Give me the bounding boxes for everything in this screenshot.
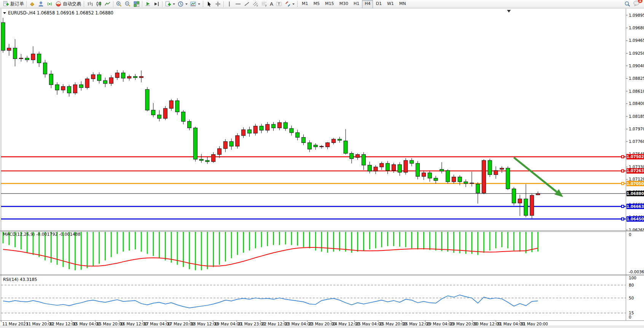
candle-body xyxy=(404,160,408,172)
candle-body xyxy=(518,199,522,203)
macd-label: MACD(12,26,9) -0.001792 -0.001488 xyxy=(3,232,80,237)
candle-body xyxy=(103,81,107,84)
search-icon[interactable] xyxy=(624,1,631,7)
toolbar-right: 1 xyxy=(624,0,642,8)
separator xyxy=(142,1,142,7)
candle-body xyxy=(223,141,227,149)
zoom-in-icon xyxy=(116,1,122,7)
rsi-axis-label: 100 xyxy=(629,276,636,280)
candle-body xyxy=(61,87,65,90)
zoom-in-button[interactable] xyxy=(115,0,123,8)
candle-body xyxy=(494,171,498,175)
crosshair-tool-button[interactable] xyxy=(214,0,222,8)
candle-body xyxy=(115,73,119,78)
clock-icon xyxy=(177,1,184,7)
line-chart-button[interactable] xyxy=(103,0,112,8)
toolbar-grip[interactable] xyxy=(202,1,204,7)
periods-button[interactable] xyxy=(176,0,189,8)
price-axis-label: 1.09040 xyxy=(629,63,644,68)
candle-body xyxy=(260,126,263,130)
chart-shift-button[interactable] xyxy=(152,0,161,8)
chart-shift-icon xyxy=(153,1,160,7)
candle-body xyxy=(133,76,137,78)
candle-body xyxy=(338,139,341,140)
text-tool-button[interactable]: A xyxy=(269,0,274,8)
time-axis: 11 May 202311 May 20:0012 May 12:0015 Ma… xyxy=(1,320,548,326)
candle-body xyxy=(392,165,395,171)
cursor-tool-button[interactable] xyxy=(205,0,214,8)
toolbar-grip[interactable] xyxy=(83,1,84,7)
candle-body xyxy=(247,130,251,133)
candle-body xyxy=(37,54,41,63)
zoom-out-icon xyxy=(124,1,131,7)
symbol-dropdown-icon[interactable] xyxy=(3,12,6,14)
tab-timeframe-h1[interactable]: H1 xyxy=(351,0,362,8)
tab-timeframe-w1[interactable]: W1 xyxy=(384,0,397,8)
price-axis-label: 1.09680 xyxy=(629,25,644,30)
candle-body xyxy=(128,76,131,78)
candle-body xyxy=(266,124,269,130)
candle-body xyxy=(380,163,384,167)
hline-tool-button[interactable] xyxy=(234,0,242,8)
channel-tool-button[interactable]: E xyxy=(251,0,260,8)
rsi-axis-label: 80 xyxy=(629,283,634,287)
zoom-out-button[interactable] xyxy=(123,0,132,8)
svg-text:E: E xyxy=(257,4,258,7)
svg-text:T: T xyxy=(277,2,280,6)
tab-timeframe-m30[interactable]: M30 xyxy=(336,0,351,8)
auto-scroll-button[interactable] xyxy=(143,0,152,8)
candle-body xyxy=(320,146,324,147)
indicators-button[interactable] xyxy=(164,0,176,8)
text-tool-icon: A xyxy=(270,1,273,7)
tab-timeframe-h4[interactable]: H4 xyxy=(362,0,373,8)
candle-body xyxy=(488,160,492,174)
candle-body xyxy=(49,74,53,85)
periods-caret xyxy=(185,3,188,5)
new-order-button[interactable]: 新订单 xyxy=(2,0,25,8)
candle-body xyxy=(482,160,486,193)
candlestick-chart-button[interactable] xyxy=(94,0,103,8)
tab-timeframe-d1[interactable]: D1 xyxy=(373,0,384,8)
candle-body xyxy=(536,193,540,195)
candle-body xyxy=(121,73,125,78)
candle-body xyxy=(206,160,209,162)
candle-body xyxy=(398,165,402,172)
templates-button[interactable] xyxy=(189,0,201,8)
bar-chart-icon xyxy=(87,1,93,7)
main-toolbar: 新订单 自动交易 xyxy=(0,0,644,8)
candle-body xyxy=(73,85,77,93)
chart-canvas[interactable]: 1.098951.096801.094651.092501.090401.088… xyxy=(0,0,644,328)
price-tag-label: 1.07263 xyxy=(626,169,644,173)
candle-body xyxy=(13,48,17,59)
tab-timeframe-m5[interactable]: M5 xyxy=(311,0,322,8)
signals-button[interactable] xyxy=(45,0,54,8)
window-bottom-edge xyxy=(0,326,644,328)
trendline-tool-button[interactable] xyxy=(242,0,251,8)
candle-body xyxy=(277,123,281,128)
price-tag-label: 1.06450 xyxy=(626,217,644,221)
tab-timeframe-m15[interactable]: M15 xyxy=(322,0,337,8)
bar-chart-button[interactable] xyxy=(86,0,94,8)
candle-body xyxy=(368,165,371,171)
fibonacci-tool-button[interactable]: F xyxy=(260,0,269,8)
horizontal-line-icon xyxy=(235,1,241,7)
arrows-tool-button[interactable] xyxy=(283,0,296,8)
tile-windows-button[interactable] xyxy=(132,0,141,8)
candle-body xyxy=(458,177,462,182)
vline-tool-button[interactable] xyxy=(225,0,234,8)
toolbar-grip[interactable] xyxy=(297,1,298,7)
tab-timeframe-mn[interactable]: MN xyxy=(397,0,409,8)
signal-icon xyxy=(46,1,53,7)
notifications-button[interactable]: 1 xyxy=(633,0,640,8)
new-order-icon xyxy=(3,1,9,7)
tab-timeframe-m1[interactable]: M1 xyxy=(299,0,311,8)
candle-body xyxy=(314,145,317,147)
text-label-tool-button[interactable]: T xyxy=(274,0,283,8)
auto-scroll-icon xyxy=(145,1,151,7)
profile-button[interactable] xyxy=(37,0,45,8)
price-axis-label: 1.09465 xyxy=(629,38,644,43)
candle-body xyxy=(236,136,239,146)
market-watch-button[interactable] xyxy=(28,0,37,8)
auto-trading-button[interactable]: 自动交易 xyxy=(54,0,82,8)
price-axis-label: 1.08610 xyxy=(629,89,644,93)
